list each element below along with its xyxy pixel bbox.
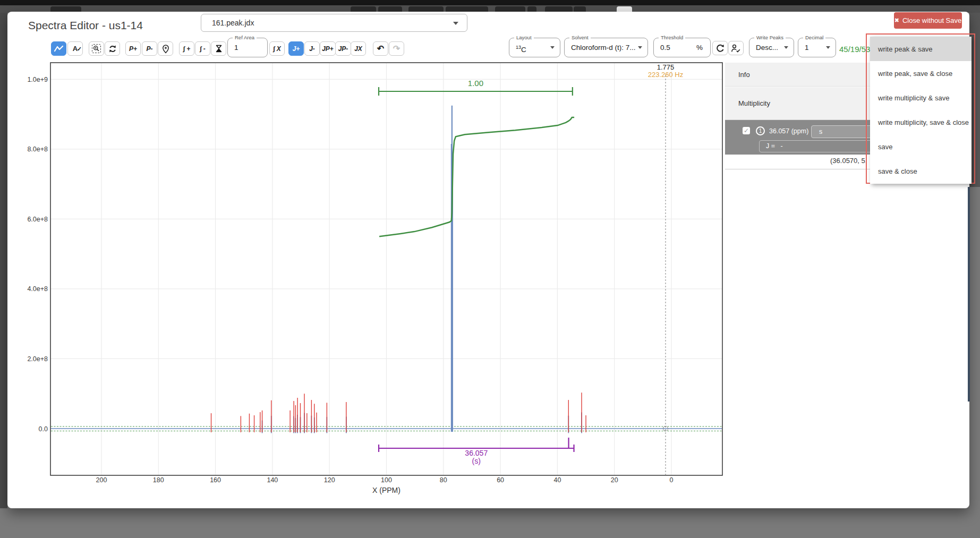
integral-wait-button[interactable] (211, 41, 226, 56)
multiplet-shift-label: 36.057 (465, 449, 488, 457)
decimal-value: 1 (805, 38, 809, 57)
svg-text:4.0e+8: 4.0e+8 (27, 285, 48, 293)
jp-add-button[interactable]: JP+ (320, 41, 336, 56)
menu-item-write-multiplicity-save[interactable]: write multiplicity & save (870, 86, 972, 110)
nmr-spectrum-chart[interactable]: 2001801601401201008060402000.02.0e+84.0e… (16, 59, 728, 505)
threshold-input[interactable]: 0.5 (660, 38, 670, 57)
chevron-down-icon (550, 46, 555, 49)
j-remove-button[interactable]: J- (304, 41, 320, 56)
svg-text:2.0e+8: 2.0e+8 (27, 355, 48, 363)
svg-text:200: 200 (96, 476, 107, 484)
refresh-icon (715, 44, 725, 53)
menu-item-write-peak-save-close[interactable]: write peak, save & close (870, 61, 972, 86)
zoom-reset-button[interactable] (105, 41, 120, 56)
chevron-down-icon (453, 22, 458, 25)
multiplet-coordinates: (36.0570, 5. (830, 157, 867, 165)
spectrum-file-select-value: 161.peak.jdx (212, 19, 254, 27)
peak-add-button[interactable]: P+ (125, 41, 141, 56)
svg-text:100: 100 (381, 476, 392, 484)
solvent-fieldset[interactable]: Solvent Chloroform-d (t): 7... (564, 38, 648, 57)
redo-button[interactable]: ↷ (389, 41, 404, 56)
panel-scrollbar[interactable] (968, 187, 970, 402)
menu-item-write-peak-save[interactable]: write peak & save (870, 37, 972, 61)
chevron-down-icon (784, 46, 788, 49)
refresh-button[interactable] (712, 41, 728, 55)
solvent-peaks (451, 106, 453, 432)
chevron-down-icon (638, 46, 642, 49)
menu-item-save[interactable]: save (870, 134, 972, 159)
multiplet-type-label: (s) (472, 457, 481, 465)
solvent-value: Chloroform-d (t): 7... (571, 38, 636, 57)
save-dropdown-menu: write peak & savewrite peak, save & clos… (870, 37, 972, 184)
decimal-fieldset[interactable]: Decimal 1 (798, 38, 836, 57)
svg-text:160: 160 (210, 476, 221, 484)
close-icon: ✖ (894, 17, 899, 24)
multiplet-index-badge: 1 (756, 126, 765, 135)
layout-fieldset[interactable]: Layout 13C (509, 38, 560, 57)
svg-text:0: 0 (670, 476, 674, 484)
reset-zoom-icon (108, 44, 117, 54)
zoom-marquee-icon (92, 44, 101, 53)
integral-add-button[interactable]: ∫ + (179, 41, 194, 56)
crosshair-hz-label: 223.260 Hz (648, 71, 684, 79)
threshold-unit: % (696, 38, 703, 57)
svg-text:20: 20 (611, 476, 618, 484)
menu-item-save-close[interactable]: save & close (870, 159, 972, 183)
jx-button[interactable]: JX (351, 41, 366, 56)
auto-peak-picking-button[interactable] (728, 41, 744, 55)
undo-button[interactable]: ↶ (373, 41, 388, 56)
svg-text:60: 60 (497, 476, 504, 484)
zoom-tool-button[interactable] (89, 41, 104, 56)
a-check-icon: A✓ (73, 45, 78, 53)
svg-text:1.0e+9: 1.0e+9 (27, 76, 48, 83)
svg-text:140: 140 (267, 476, 278, 484)
svg-text:6.0e+8: 6.0e+8 (27, 216, 48, 223)
svg-text:0.0: 0.0 (39, 425, 48, 433)
multiplet-shift-label: 36.057 (ppm) (769, 127, 808, 135)
svg-text:120: 120 (324, 476, 335, 484)
close-without-save-button[interactable]: ✖ Close without Save (894, 12, 962, 29)
svg-text:80: 80 (440, 476, 447, 484)
dialog-title: Spectra Editor - us1-14 (28, 19, 143, 32)
ref-area-fieldset: Ref Area 1 (227, 38, 268, 57)
line-chart-icon (54, 44, 64, 53)
save-menu-container: write peak & savewrite peak, save & clos… (866, 33, 975, 184)
svg-text:40: 40 (553, 476, 561, 484)
browser-top-strip (0, 0, 980, 5)
close-without-save-label: Close without Save (902, 16, 961, 24)
menu-item-write-multiplicity-save-close[interactable]: write multiplicity, save & close (870, 110, 972, 134)
svg-text:180: 180 (153, 476, 164, 484)
hourglass-icon (214, 44, 224, 54)
write-peaks-fieldset[interactable]: Write Peaks Desc... (749, 38, 794, 57)
auto-assign-tool-button[interactable]: A✓ (67, 41, 83, 56)
jp-remove-button[interactable]: JP- (335, 41, 351, 56)
page-background-left (0, 0, 7, 508)
svg-text:8.0e+8: 8.0e+8 (27, 146, 48, 153)
integral-value-label: 1.00 (468, 79, 483, 88)
ref-area-input[interactable]: 1 (234, 38, 238, 57)
peak-remove-button[interactable]: P- (142, 41, 157, 56)
integral-clear-button[interactable]: ∫ X (269, 41, 285, 56)
spectrum-file-select[interactable]: 161.peak.jdx (201, 14, 467, 32)
spectrum-line-tool-button[interactable] (51, 41, 66, 56)
svg-text:X (PPM): X (PPM) (372, 486, 400, 494)
j-add-button[interactable]: J+ (288, 41, 304, 56)
threshold-fieldset[interactable]: Threshold 0.5 % (653, 38, 711, 57)
location-pin-icon (161, 44, 171, 54)
write-peaks-value: Desc... (756, 38, 778, 57)
peak-pick-button[interactable] (158, 41, 173, 56)
user-check-icon (731, 44, 741, 53)
integral-remove-button[interactable]: ∫ - (195, 41, 210, 56)
multiplet-checkbox[interactable]: ✓ (743, 127, 750, 134)
chevron-down-icon (826, 46, 830, 49)
